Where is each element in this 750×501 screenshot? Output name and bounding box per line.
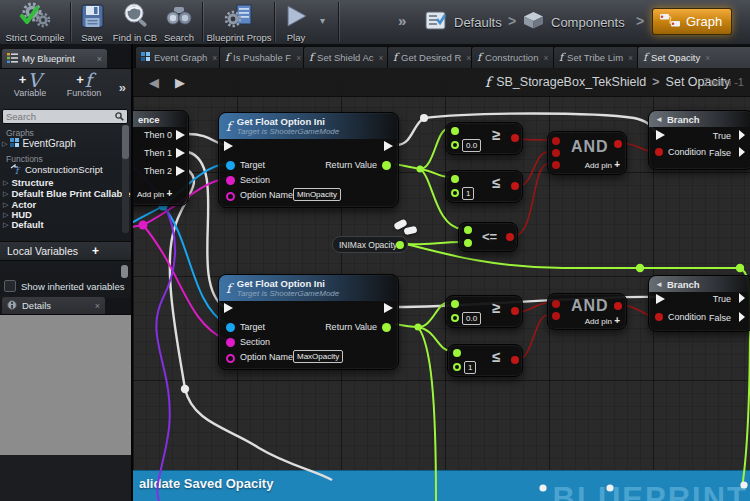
- pin-bool-in[interactable]: [552, 312, 560, 320]
- expander-icon[interactable]: ▷: [3, 179, 8, 187]
- node-less-equal-pair[interactable]: <=: [458, 222, 518, 252]
- exec-out-pin[interactable]: [176, 148, 185, 158]
- pin-float-in-default[interactable]: [451, 141, 459, 149]
- search-button[interactable]: Search: [160, 1, 198, 45]
- pin-condition[interactable]: [655, 148, 663, 156]
- pin-bool-in[interactable]: [552, 149, 560, 157]
- save-button[interactable]: Save: [74, 1, 110, 45]
- close-icon[interactable]: ×: [97, 54, 102, 64]
- node-greater-equal-top[interactable]: 0.0 ≥: [445, 122, 523, 155]
- pin-return-value[interactable]: [382, 161, 391, 170]
- close-icon[interactable]: ×: [296, 53, 301, 63]
- show-inherited-variables-row[interactable]: Show inherited variables: [4, 280, 125, 292]
- node-get-float-option-ini-max[interactable]: f Get Float Option Ini Target is Shooter…: [218, 274, 399, 370]
- pin-float-in-b[interactable]: [464, 239, 472, 247]
- pin-option-name[interactable]: [226, 192, 235, 201]
- pin-option-name[interactable]: [226, 354, 235, 363]
- pin-float-in[interactable]: [453, 349, 461, 357]
- exec-in-pin[interactable]: [224, 303, 233, 313]
- close-icon[interactable]: ×: [212, 53, 217, 63]
- tab-get-desired[interactable]: f Get Desired R ×: [387, 46, 481, 68]
- find-in-cb-button[interactable]: Find in CB: [112, 1, 158, 45]
- tree-item-default[interactable]: ▷ Default: [3, 219, 44, 230]
- option-name-value[interactable]: MaxOpacity: [293, 350, 343, 363]
- pin-bool-out[interactable]: [511, 182, 519, 190]
- add-variable-button[interactable]: +V Variable: [4, 71, 56, 98]
- node-and-top[interactable]: AND Add pin +: [547, 131, 627, 175]
- exec-in-pin[interactable]: [224, 141, 233, 151]
- pin-target[interactable]: [226, 161, 235, 170]
- add-function-button[interactable]: +f Function: [58, 71, 110, 98]
- add-pin-button[interactable]: Add pin +: [585, 315, 620, 326]
- pin-float-in[interactable]: [451, 300, 459, 308]
- pin-float-in-default[interactable]: [451, 314, 459, 322]
- pin-float-in[interactable]: [451, 175, 459, 183]
- breadcrumb-root[interactable]: SB_StorageBox_TekShield: [496, 75, 646, 89]
- node-greater-equal-bottom[interactable]: 0.0 ≥: [445, 295, 523, 328]
- pin-float-out[interactable]: [396, 241, 404, 249]
- expander-icon[interactable]: ▷: [2, 140, 7, 148]
- default-value[interactable]: 1: [464, 361, 476, 374]
- expander-icon[interactable]: ▷: [3, 211, 8, 219]
- nav-forward-button[interactable]: ▶: [175, 75, 185, 90]
- tab-construction[interactable]: f Construction ×: [471, 46, 563, 68]
- node-get-float-option-ini-min[interactable]: f Get Float Option Ini Target is Shooter…: [218, 112, 399, 208]
- my-blueprint-panel-tab[interactable]: My Blueprint ×: [2, 49, 107, 68]
- add-pin-button[interactable]: Add pin +: [137, 188, 172, 199]
- pin-condition[interactable]: [655, 313, 663, 321]
- node-branch-top[interactable]: ◄ Branch True Condition False: [648, 110, 750, 170]
- close-icon[interactable]: ×: [705, 53, 710, 63]
- tree-item-eventgraph[interactable]: ▷ EventGraph: [2, 138, 76, 149]
- tab-is-pushable[interactable]: f Is Pushable F ×: [219, 46, 313, 68]
- add-local-variable-button[interactable]: +: [92, 244, 99, 258]
- node-less-equal-top[interactable]: 1 ≤: [445, 170, 523, 203]
- default-value[interactable]: 0.0: [462, 312, 481, 325]
- local-variables-header[interactable]: Local Variables +: [0, 241, 131, 261]
- tree-item-constructionscript[interactable]: f ConstructionScript: [10, 164, 103, 175]
- tab-set-opacity[interactable]: f Set Opacity ×: [637, 46, 750, 68]
- pin-bool-out[interactable]: [614, 140, 622, 148]
- mode-tab-components[interactable]: Components: [522, 10, 625, 34]
- node-get-inimax-opacity[interactable]: INIMax Opacity: [332, 236, 408, 253]
- exec-out-true-pin[interactable]: [739, 293, 745, 303]
- close-icon[interactable]: ×: [628, 53, 633, 63]
- pin-float-in-default[interactable]: [453, 363, 461, 371]
- panel-scrollbar-thumb[interactable]: [121, 265, 128, 278]
- exec-out-false-pin[interactable]: [739, 147, 745, 157]
- pin-bool-in[interactable]: [552, 161, 560, 169]
- expander-icon[interactable]: ▷: [3, 221, 8, 229]
- breadcrumb-overflow-chevrons[interactable]: »: [398, 12, 404, 29]
- pin-float-in[interactable]: [451, 127, 459, 135]
- checkbox-icon[interactable]: [4, 280, 16, 292]
- tree-item-default-blueprint-callable[interactable]: ▷ Default Blue Print Callable: [3, 188, 130, 199]
- details-panel-tab[interactable]: Details ×: [2, 297, 105, 314]
- pin-target[interactable]: [226, 323, 235, 332]
- nav-back-button[interactable]: ◀: [149, 75, 159, 90]
- add-pin-button[interactable]: Add pin +: [585, 159, 620, 170]
- default-value[interactable]: 0.0: [462, 139, 481, 152]
- pin-bool-out[interactable]: [511, 356, 519, 364]
- mode-tab-graph[interactable]: Graph: [652, 8, 732, 35]
- pin-bool-out[interactable]: [506, 233, 514, 241]
- node-branch-bottom[interactable]: ◄ Branch True Condition False: [648, 275, 750, 332]
- expand-panel-chevron[interactable]: »: [119, 80, 126, 95]
- close-icon[interactable]: ×: [379, 53, 384, 63]
- exec-out-pin[interactable]: [176, 166, 185, 176]
- pin-bool-out[interactable]: [511, 307, 519, 315]
- play-dropdown-caret[interactable]: ▾: [320, 15, 325, 26]
- pin-float-in-a[interactable]: [464, 226, 472, 234]
- pin-bool-in[interactable]: [552, 137, 560, 145]
- close-icon[interactable]: ×: [95, 301, 100, 311]
- pin-section[interactable]: [226, 176, 235, 185]
- exec-out-false-pin[interactable]: [739, 312, 745, 322]
- pin-bool-out[interactable]: [614, 302, 622, 310]
- tree-item-structure[interactable]: ▷ Structure: [3, 177, 54, 188]
- blueprint-graph-canvas[interactable]: alidate Saved Opacity BLUEPRINT: [133, 68, 750, 501]
- mode-tab-defaults[interactable]: Defaults: [424, 10, 502, 34]
- exec-out-pin[interactable]: [176, 130, 185, 140]
- tree-scrollbar-thumb[interactable]: [122, 125, 129, 159]
- exec-in-pin[interactable]: [656, 130, 665, 140]
- default-value[interactable]: 1: [462, 187, 474, 200]
- strict-compile-button[interactable]: Strict Compile: [2, 1, 68, 45]
- pin-bool-in[interactable]: [552, 300, 560, 308]
